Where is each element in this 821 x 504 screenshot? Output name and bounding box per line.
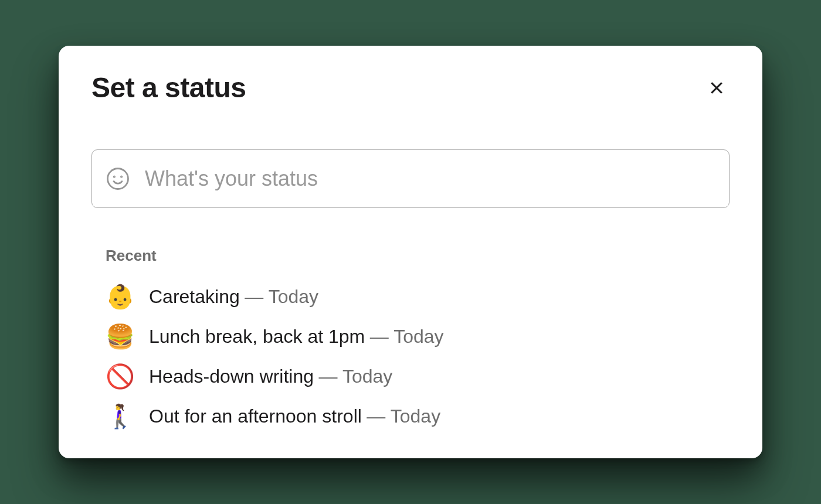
recent-item-separator: — [367,406,385,427]
recent-item-duration: Today [342,366,392,387]
recent-label: Recent [106,247,730,265]
emoji-picker-button[interactable] [105,166,131,192]
baby-emoji-icon: 👶 [106,282,133,311]
recent-item-duration: Today [391,406,440,427]
recent-list: 👶 Caretaking — Today 🍔 Lunch break, back… [106,282,730,430]
smiley-icon [106,166,130,191]
recent-item-duration: Today [393,326,443,347]
close-button[interactable] [704,75,730,101]
recent-item-label: Out for an afternoon stroll [149,406,362,427]
recent-item-duration: Today [269,286,318,307]
recent-item-label: Heads-down writing [149,366,314,387]
recent-status-item[interactable]: 👶 Caretaking — Today [106,282,730,311]
svg-point-4 [121,176,121,177]
recent-status-item[interactable]: 🍔 Lunch break, back at 1pm — Today [106,322,730,350]
close-icon [708,79,725,97]
recent-item-label: Lunch break, back at 1pm [149,326,365,347]
hamburger-emoji-icon: 🍔 [106,322,133,350]
recent-item-text-wrap: Caretaking — Today [149,285,318,308]
recent-item-text-wrap: Lunch break, back at 1pm — Today [149,325,444,348]
recent-item-text-wrap: Out for an afternoon stroll — Today [149,405,440,427]
recent-item-text-wrap: Heads-down writing — Today [149,365,392,387]
svg-point-3 [114,176,114,177]
svg-point-2 [108,169,128,189]
recent-status-item[interactable]: 🚫 Heads-down writing — Today [106,362,730,390]
recent-item-separator: — [245,286,263,307]
recent-section: Recent 👶 Caretaking — Today 🍔 Lunch brea… [91,247,730,430]
recent-item-separator: — [318,366,337,387]
status-input[interactable] [145,166,716,191]
recent-item-separator: — [370,326,389,347]
recent-status-item[interactable]: 🚶‍♀️ Out for an afternoon stroll — Today [106,402,730,430]
status-input-container[interactable] [91,149,730,208]
no-entry-emoji-icon: 🚫 [106,362,133,390]
walking-emoji-icon: 🚶‍♀️ [106,402,133,430]
dialog-header: Set a status [91,71,730,104]
set-status-dialog: Set a status Recent 👶 Ca [59,46,762,458]
dialog-title: Set a status [91,71,246,104]
recent-item-label: Caretaking [149,286,240,307]
